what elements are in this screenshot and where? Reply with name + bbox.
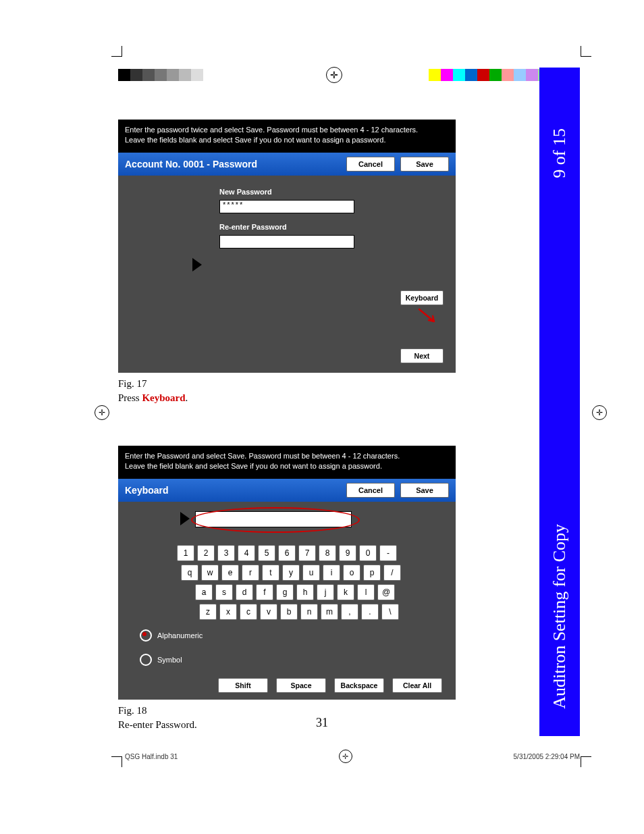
cancel-button[interactable]: Cancel <box>346 483 395 498</box>
content-area: ✛ Enter the password twice and select Sa… <box>118 68 550 732</box>
color-swatch <box>502 69 514 81</box>
keyboard-key[interactable]: w <box>201 565 219 581</box>
space-button[interactable]: Space <box>276 678 326 693</box>
keyboard-key[interactable]: 1 <box>177 545 194 561</box>
keyboard-key[interactable]: h <box>296 584 314 600</box>
keyboard-key[interactable]: q <box>181 565 198 581</box>
keyboard-key[interactable]: 9 <box>339 545 356 561</box>
color-swatch <box>203 69 215 81</box>
color-swatches-right <box>429 69 550 81</box>
keyboard-key[interactable]: c <box>240 604 257 620</box>
keyboard-key[interactable]: / <box>383 565 401 581</box>
new-password-input[interactable]: ***** <box>219 200 354 213</box>
keyboard-key[interactable]: z <box>199 604 217 620</box>
keyboard-key[interactable]: n <box>300 604 318 620</box>
registration-mark-icon: ✛ <box>592 405 607 420</box>
color-swatch <box>167 69 179 81</box>
color-swatch <box>489 69 502 81</box>
keyboard-key[interactable]: t <box>262 565 279 581</box>
color-swatch <box>477 69 489 81</box>
reenter-password-label: Re-enter Password <box>219 223 442 231</box>
registration-bar: ✛ <box>118 68 550 82</box>
cursor-arrow-icon <box>192 258 202 271</box>
registration-mark-icon: ✛ <box>339 750 352 763</box>
keyboard-key[interactable]: k <box>337 584 354 600</box>
color-swatch <box>453 69 465 81</box>
callout-arrow-icon <box>418 308 438 324</box>
cancel-button[interactable]: Cancel <box>346 157 395 172</box>
color-swatch <box>215 69 227 81</box>
symbol-radio[interactable]: Symbol <box>140 654 446 666</box>
keyboard-key[interactable]: o <box>343 565 360 581</box>
new-password-label: New Password <box>219 188 442 196</box>
title-bar: Account No. 0001 - Password Cancel Save <box>118 153 456 176</box>
clear-all-button[interactable]: Clear All <box>392 678 442 693</box>
keyboard-key[interactable]: r <box>242 565 259 581</box>
keyboard-key[interactable]: 3 <box>217 545 235 561</box>
keyboard-key[interactable]: 0 <box>359 545 377 561</box>
color-swatch <box>118 69 130 81</box>
color-swatch <box>179 69 191 81</box>
crop-mark <box>111 756 122 767</box>
keyboard-key[interactable]: l <box>357 584 375 600</box>
keyboard-key[interactable]: u <box>302 565 320 581</box>
footer-timestamp: 5/31/2005 2:29:04 PM <box>514 753 580 760</box>
alphanumeric-radio[interactable]: Alphanumeric <box>140 629 446 642</box>
cursor-arrow-icon <box>180 512 190 525</box>
save-button[interactable]: Save <box>400 157 449 172</box>
keyboard-key[interactable]: g <box>276 584 294 600</box>
keyboard-key[interactable]: j <box>317 584 334 600</box>
keyboard-button[interactable]: Keyboard <box>400 290 444 305</box>
fig17-caption: Fig. 17 Press Keyboard. <box>118 377 550 405</box>
keyboard-key[interactable]: 6 <box>278 545 296 561</box>
keyboard-key[interactable]: y <box>282 565 300 581</box>
color-swatch <box>155 69 167 81</box>
keyboard-key[interactable]: i <box>323 565 340 581</box>
color-swatch <box>465 69 477 81</box>
shift-button[interactable]: Shift <box>218 678 268 693</box>
color-swatch <box>142 69 155 81</box>
keyboard-input-area <box>195 511 446 527</box>
keyboard-key[interactable]: d <box>236 584 253 600</box>
callout-oval-icon <box>191 507 360 533</box>
keyboard-key[interactable]: , <box>341 604 358 620</box>
screenshot-fig17: Enter the password twice and select Save… <box>118 120 456 373</box>
section-tab: 9 of 15 Auditron Setting for Copy <box>539 68 580 736</box>
page-number: 31 <box>0 716 644 730</box>
keyboard-key[interactable]: e <box>221 565 239 581</box>
keyboard-key[interactable]: 8 <box>319 545 336 561</box>
print-footer: QSG Half.indb 31 ✛ 5/31/2005 2:29:04 PM <box>125 750 580 763</box>
keyboard-key[interactable]: a <box>195 584 213 600</box>
keyboard-key[interactable]: 4 <box>238 545 255 561</box>
keyboard-key[interactable]: 5 <box>258 545 275 561</box>
crop-mark <box>111 46 122 57</box>
backspace-button[interactable]: Backspace <box>334 678 384 693</box>
keyboard-key[interactable]: 2 <box>197 545 215 561</box>
document-page: ✛ ✛ ✛ Enter the password twice and selec… <box>0 0 644 834</box>
reenter-password-input[interactable] <box>219 235 354 249</box>
next-button[interactable]: Next <box>400 348 444 363</box>
footer-file: QSG Half.indb 31 <box>125 753 178 760</box>
keyboard-key[interactable]: \ <box>381 604 399 620</box>
title-bar-title: Account No. 0001 - Password <box>125 159 341 170</box>
keyboard-key[interactable]: s <box>215 584 233 600</box>
keyboard-key[interactable]: v <box>260 604 277 620</box>
title-bar: Keyboard Cancel Save <box>118 479 456 502</box>
keyboard-key[interactable]: p <box>363 565 381 581</box>
save-button[interactable]: Save <box>400 483 449 498</box>
keyboard-key[interactable]: x <box>219 604 237 620</box>
color-swatch <box>130 69 142 81</box>
instruction-text: Enter the Password and select Save. Pass… <box>118 446 456 479</box>
dialog-body: New Password ***** Re-enter Password Key… <box>118 176 456 373</box>
keyboard-key[interactable]: @ <box>377 584 395 600</box>
keyboard-key[interactable]: - <box>379 545 397 561</box>
color-swatch <box>429 69 441 81</box>
keyboard-key[interactable]: m <box>321 604 338 620</box>
crop-mark <box>581 756 591 767</box>
keyboard-key[interactable]: . <box>361 604 379 620</box>
keyboard-key[interactable]: 7 <box>298 545 316 561</box>
keyboard-key[interactable]: f <box>256 584 273 600</box>
onscreen-keyboard: 1234567890-qwertyuiop/asdfghjkl@zxcvbnm,… <box>128 545 446 620</box>
instruction-text: Enter the password twice and select Save… <box>118 120 456 153</box>
keyboard-key[interactable]: b <box>280 604 298 620</box>
